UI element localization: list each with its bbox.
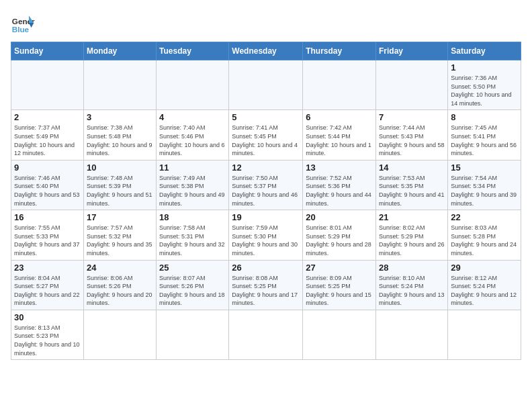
calendar-cell: 27Sunrise: 8:09 AMSunset: 5:25 PMDayligh… [303, 260, 376, 310]
calendar-table: SundayMondayTuesdayWednesdayThursdayFrid… [11, 42, 521, 360]
day-info: Sunrise: 7:42 AMSunset: 5:44 PMDaylight:… [306, 124, 373, 157]
day-info: Sunrise: 7:44 AMSunset: 5:43 PMDaylight:… [379, 124, 445, 157]
calendar-cell: 10Sunrise: 7:48 AMSunset: 5:39 PMDayligh… [83, 160, 156, 210]
calendar-cell: 21Sunrise: 8:02 AMSunset: 5:29 PMDayligh… [376, 210, 448, 260]
calendar-cell: 23Sunrise: 8:04 AMSunset: 5:27 PMDayligh… [11, 260, 84, 310]
day-info: Sunrise: 7:52 AMSunset: 5:36 PMDaylight:… [306, 174, 373, 208]
day-number: 29 [451, 263, 518, 273]
calendar-week-3: 16Sunrise: 7:55 AMSunset: 5:33 PMDayligh… [11, 210, 521, 260]
calendar-cell [229, 310, 303, 359]
calendar-cell [83, 60, 156, 110]
calendar-cell [229, 60, 303, 110]
logo-icon: General Blue [11, 11, 35, 35]
day-number: 16 [14, 212, 81, 222]
calendar-cell [11, 60, 84, 110]
calendar-cell: 11Sunrise: 7:49 AMSunset: 5:38 PMDayligh… [157, 160, 229, 210]
day-info: Sunrise: 7:53 AMSunset: 5:35 PMDaylight:… [379, 174, 445, 208]
calendar-cell: 4Sunrise: 7:40 AMSunset: 5:46 PMDaylight… [157, 110, 229, 160]
calendar-cell: 1Sunrise: 7:36 AMSunset: 5:50 PMDaylight… [448, 60, 521, 110]
calendar-cell: 15Sunrise: 7:54 AMSunset: 5:34 PMDayligh… [448, 160, 521, 210]
day-number: 19 [232, 212, 300, 222]
day-info: Sunrise: 7:54 AMSunset: 5:34 PMDaylight:… [451, 174, 518, 208]
day-info: Sunrise: 8:09 AMSunset: 5:25 PMDaylight:… [306, 274, 373, 308]
day-number: 5 [232, 112, 300, 122]
day-info: Sunrise: 7:38 AMSunset: 5:48 PMDaylight:… [87, 124, 153, 157]
day-number: 1 [451, 62, 518, 73]
day-info: Sunrise: 7:41 AMSunset: 5:45 PMDaylight:… [232, 124, 300, 157]
col-header-sunday: Sunday [11, 42, 84, 60]
day-number: 18 [159, 212, 226, 222]
day-number: 17 [87, 212, 153, 222]
day-info: Sunrise: 7:50 AMSunset: 5:37 PMDaylight:… [232, 174, 300, 208]
calendar-week-1: 2Sunrise: 7:37 AMSunset: 5:49 PMDaylight… [11, 110, 521, 160]
day-info: Sunrise: 8:13 AMSunset: 5:23 PMDaylight:… [14, 324, 81, 357]
day-info: Sunrise: 7:55 AMSunset: 5:33 PMDaylight:… [14, 224, 81, 257]
calendar-cell: 22Sunrise: 8:03 AMSunset: 5:28 PMDayligh… [448, 210, 521, 260]
col-header-wednesday: Wednesday [229, 42, 303, 60]
col-header-tuesday: Tuesday [157, 42, 229, 60]
calendar-cell [448, 310, 521, 359]
calendar-cell: 26Sunrise: 8:08 AMSunset: 5:25 PMDayligh… [229, 260, 303, 310]
day-info: Sunrise: 7:57 AMSunset: 5:32 PMDaylight:… [87, 224, 153, 257]
day-info: Sunrise: 7:40 AMSunset: 5:46 PMDaylight:… [159, 124, 226, 157]
calendar-cell: 28Sunrise: 8:10 AMSunset: 5:24 PMDayligh… [376, 260, 448, 310]
col-header-saturday: Saturday [448, 42, 521, 60]
calendar-header-row: SundayMondayTuesdayWednesdayThursdayFrid… [11, 42, 521, 60]
day-number: 21 [379, 212, 445, 222]
day-info: Sunrise: 7:46 AMSunset: 5:40 PMDaylight:… [14, 174, 81, 208]
calendar-cell: 24Sunrise: 8:06 AMSunset: 5:26 PMDayligh… [83, 260, 156, 310]
day-info: Sunrise: 7:48 AMSunset: 5:39 PMDaylight:… [87, 174, 153, 208]
day-number: 25 [159, 263, 226, 273]
day-number: 28 [379, 263, 445, 273]
calendar-week-5: 30Sunrise: 8:13 AMSunset: 5:23 PMDayligh… [11, 310, 521, 359]
day-info: Sunrise: 8:12 AMSunset: 5:24 PMDaylight:… [451, 274, 518, 308]
page-header: General Blue [11, 11, 521, 35]
calendar-cell [157, 60, 229, 110]
day-info: Sunrise: 7:59 AMSunset: 5:30 PMDaylight:… [232, 224, 300, 257]
calendar-cell: 2Sunrise: 7:37 AMSunset: 5:49 PMDaylight… [11, 110, 84, 160]
day-info: Sunrise: 8:06 AMSunset: 5:26 PMDaylight:… [87, 274, 153, 308]
calendar-cell: 3Sunrise: 7:38 AMSunset: 5:48 PMDaylight… [83, 110, 156, 160]
calendar-cell: 16Sunrise: 7:55 AMSunset: 5:33 PMDayligh… [11, 210, 84, 260]
day-number: 12 [232, 163, 300, 173]
day-info: Sunrise: 8:07 AMSunset: 5:26 PMDaylight:… [159, 274, 226, 308]
day-number: 3 [87, 112, 153, 122]
col-header-thursday: Thursday [303, 42, 376, 60]
calendar-cell [157, 310, 229, 359]
calendar-cell: 12Sunrise: 7:50 AMSunset: 5:37 PMDayligh… [229, 160, 303, 210]
day-number: 26 [232, 263, 300, 273]
calendar-cell: 5Sunrise: 7:41 AMSunset: 5:45 PMDaylight… [229, 110, 303, 160]
calendar-cell: 20Sunrise: 8:01 AMSunset: 5:29 PMDayligh… [303, 210, 376, 260]
day-number: 27 [306, 263, 373, 273]
day-number: 2 [14, 112, 81, 122]
day-number: 24 [87, 263, 153, 273]
day-info: Sunrise: 7:58 AMSunset: 5:31 PMDaylight:… [159, 224, 226, 257]
calendar-cell [83, 310, 156, 359]
day-number: 6 [306, 112, 373, 122]
day-info: Sunrise: 7:45 AMSunset: 5:41 PMDaylight:… [451, 124, 518, 157]
calendar-cell: 25Sunrise: 8:07 AMSunset: 5:26 PMDayligh… [157, 260, 229, 310]
calendar-cell: 19Sunrise: 7:59 AMSunset: 5:30 PMDayligh… [229, 210, 303, 260]
day-info: Sunrise: 7:49 AMSunset: 5:38 PMDaylight:… [159, 174, 226, 208]
calendar-cell: 29Sunrise: 8:12 AMSunset: 5:24 PMDayligh… [448, 260, 521, 310]
day-number: 22 [451, 212, 518, 222]
calendar-week-0: 1Sunrise: 7:36 AMSunset: 5:50 PMDaylight… [11, 60, 521, 110]
calendar-cell: 8Sunrise: 7:45 AMSunset: 5:41 PMDaylight… [448, 110, 521, 160]
calendar-cell: 30Sunrise: 8:13 AMSunset: 5:23 PMDayligh… [11, 310, 84, 359]
day-number: 14 [379, 163, 445, 173]
calendar-cell: 7Sunrise: 7:44 AMSunset: 5:43 PMDaylight… [376, 110, 448, 160]
day-number: 7 [379, 112, 445, 122]
day-number: 9 [14, 163, 81, 173]
calendar-cell: 13Sunrise: 7:52 AMSunset: 5:36 PMDayligh… [303, 160, 376, 210]
logo: General Blue [11, 11, 35, 35]
calendar-cell [303, 60, 376, 110]
svg-text:Blue: Blue [12, 25, 30, 34]
calendar-cell [376, 310, 448, 359]
day-info: Sunrise: 8:04 AMSunset: 5:27 PMDaylight:… [14, 274, 81, 308]
day-number: 10 [87, 163, 153, 173]
col-header-monday: Monday [83, 42, 156, 60]
calendar-cell: 17Sunrise: 7:57 AMSunset: 5:32 PMDayligh… [83, 210, 156, 260]
day-info: Sunrise: 8:10 AMSunset: 5:24 PMDaylight:… [379, 274, 445, 308]
calendar-cell: 6Sunrise: 7:42 AMSunset: 5:44 PMDaylight… [303, 110, 376, 160]
day-info: Sunrise: 8:02 AMSunset: 5:29 PMDaylight:… [379, 224, 445, 257]
